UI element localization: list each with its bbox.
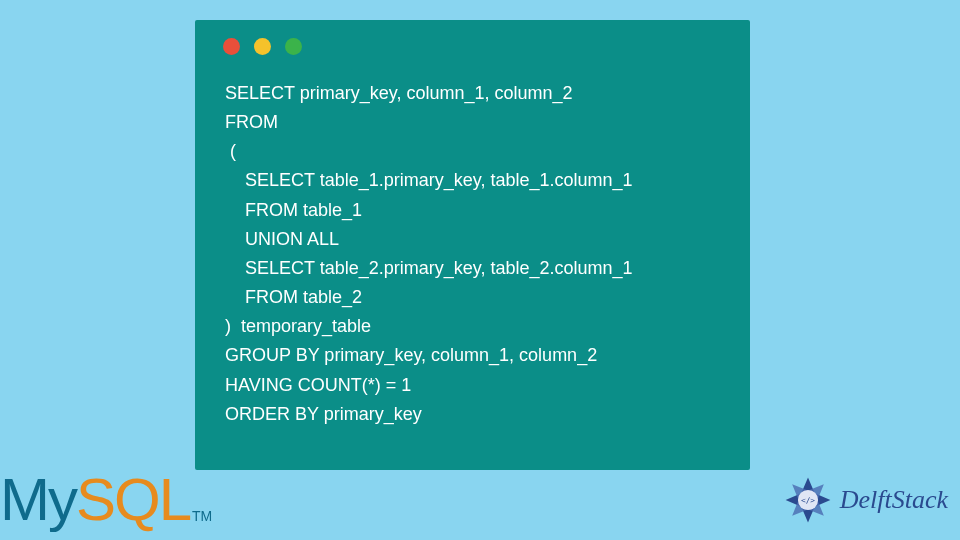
mysql-tm-text: TM <box>192 508 212 534</box>
code-block: SELECT primary_key, column_1, column_2 F… <box>195 55 750 429</box>
code-window: SELECT primary_key, column_1, column_2 F… <box>195 20 750 470</box>
delftstack-text: DelftStack <box>840 485 948 515</box>
code-line: SELECT primary_key, column_1, column_2 <box>225 83 572 103</box>
code-line: FROM table_2 <box>225 287 362 307</box>
code-line: ) temporary_table <box>225 316 371 336</box>
code-line: HAVING COUNT(*) = 1 <box>225 375 411 395</box>
code-line: UNION ALL <box>225 229 339 249</box>
window-controls <box>195 20 750 55</box>
svg-text:</>: </> <box>801 496 815 505</box>
code-line: GROUP BY primary_key, column_1, column_2 <box>225 345 597 365</box>
maximize-icon <box>285 38 302 55</box>
delftstack-logo: </> DelftStack <box>780 472 948 528</box>
code-line: SELECT table_2.primary_key, table_2.colu… <box>225 258 633 278</box>
minimize-icon <box>254 38 271 55</box>
code-line: ORDER BY primary_key <box>225 404 422 424</box>
code-line: SELECT table_1.primary_key, table_1.colu… <box>225 170 633 190</box>
code-line: FROM <box>225 112 278 132</box>
mysql-my-text: My <box>0 465 76 534</box>
code-line: ( <box>225 141 236 161</box>
mysql-sql-text: SQL <box>76 465 190 534</box>
code-line: FROM table_1 <box>225 200 362 220</box>
mysql-logo: MySQLTM <box>0 465 212 534</box>
delftstack-icon: </> <box>780 472 836 528</box>
close-icon <box>223 38 240 55</box>
